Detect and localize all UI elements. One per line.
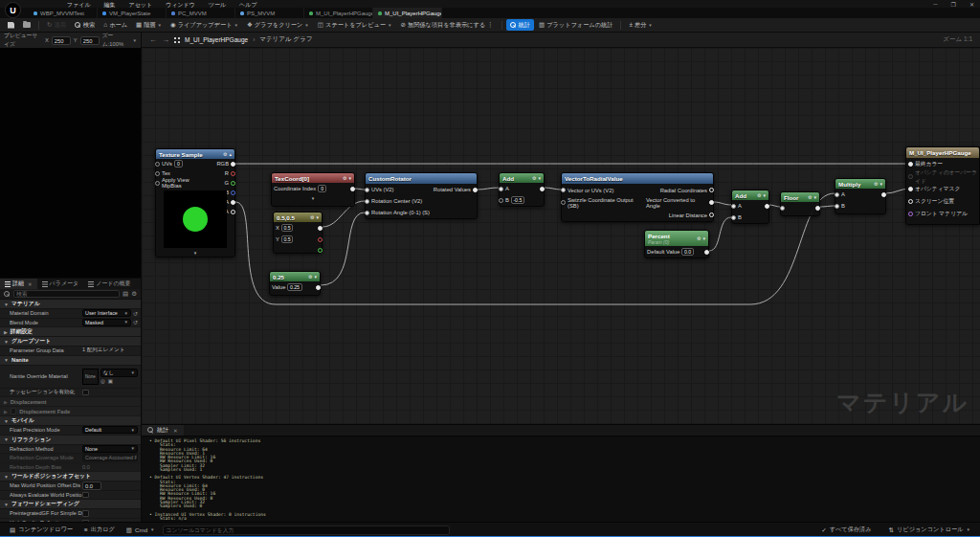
tab-details[interactable]: 詳細✕ bbox=[0, 279, 37, 289]
material-domain-dropdown[interactable]: User Interface▼ bbox=[82, 309, 131, 317]
pin-r-out[interactable] bbox=[231, 171, 235, 176]
all-saved-indicator[interactable]: ✓すべて保存済み bbox=[817, 526, 875, 534]
revision-control-button[interactable]: ⇅リビジョンコントロール▼ bbox=[885, 526, 974, 534]
displacement-fade-checkbox[interactable] bbox=[11, 408, 17, 414]
nanite-override-dropdown[interactable]: なし▼ bbox=[100, 369, 138, 377]
pin-vector-in[interactable] bbox=[561, 188, 566, 192]
node-multiply[interactable]: Multiply ⚙ ▾ A B bbox=[835, 178, 886, 214]
pin-linear-distance-out[interactable] bbox=[709, 213, 714, 217]
value-input[interactable]: 0.25 bbox=[287, 283, 301, 291]
wire[interactable] bbox=[478, 188, 499, 190]
tab-material-hpgauge-active[interactable]: M_UI_PlayerHPGauge ✕ bbox=[373, 8, 442, 18]
pin-percent-out[interactable] bbox=[704, 250, 709, 255]
gear-icon[interactable]: ⚙ bbox=[310, 214, 314, 220]
pin-front-material-in[interactable] bbox=[908, 212, 913, 216]
search-button[interactable]: 検索 bbox=[71, 19, 99, 31]
console-command-input[interactable] bbox=[163, 526, 450, 535]
preview-y-input[interactable]: 250 bbox=[80, 36, 100, 45]
pin-uvs[interactable] bbox=[155, 162, 160, 167]
tab-material-hpgauge[interactable]: M_UI_PlayerHPGauge bbox=[304, 8, 373, 18]
expand-chevron-icon[interactable]: ▾ bbox=[272, 194, 354, 202]
coordinate-index-input[interactable]: 0 bbox=[318, 185, 326, 192]
close-button[interactable]: ✕ bbox=[969, 1, 974, 8]
back-arrow-icon[interactable]: ← bbox=[149, 35, 157, 44]
browse-to-asset-button[interactable] bbox=[19, 21, 34, 30]
wire[interactable] bbox=[709, 217, 731, 251]
uvs-value-input[interactable]: 0 bbox=[174, 160, 183, 168]
stats-button[interactable]: 統計 bbox=[506, 19, 534, 31]
gear-icon[interactable]: ⚙ bbox=[697, 235, 701, 241]
node-constant[interactable]: 0.25 ⚙ ▾ Value0.25 bbox=[269, 271, 321, 296]
pin-texcoord-out[interactable] bbox=[350, 187, 355, 191]
wire[interactable] bbox=[321, 213, 365, 285]
pin-a-in[interactable] bbox=[499, 187, 503, 191]
pin-tex[interactable] bbox=[155, 171, 160, 176]
node-vector-to-radial-value[interactable]: VectorToRadialValue Vector or UVs (V2)Ra… bbox=[561, 172, 714, 222]
clean-graph-button[interactable]: ❖グラフをクリーン▼ bbox=[243, 19, 313, 31]
max-wpo-input[interactable]: 0.0 bbox=[82, 481, 101, 490]
pin-b-out[interactable] bbox=[231, 190, 235, 195]
gear-icon[interactable]: ⚙ bbox=[808, 194, 812, 200]
pin-angle-out[interactable] bbox=[709, 200, 714, 205]
tab-node-overview[interactable]: ノードの概要 bbox=[83, 279, 135, 289]
collapse-icon[interactable]: ▾ bbox=[813, 194, 816, 200]
node-add[interactable]: Add ⚙ ▾ A B bbox=[731, 190, 769, 224]
menu-tools[interactable]: ツール bbox=[209, 1, 226, 10]
collapse-icon[interactable]: ▾ bbox=[348, 175, 351, 181]
pin-rotation-angle-in[interactable] bbox=[365, 211, 369, 215]
home-button[interactable]: ⌂ホーム bbox=[100, 19, 131, 31]
favorites-icon[interactable]: ▤ bbox=[122, 290, 128, 298]
section-displacement-fade[interactable]: ▶Displacement Fade bbox=[0, 407, 141, 416]
pin-add-out[interactable] bbox=[540, 187, 545, 191]
material-preview-viewport[interactable] bbox=[0, 48, 142, 278]
save-button[interactable] bbox=[4, 20, 18, 30]
apply-button[interactable]: ↻適用 bbox=[43, 19, 70, 31]
node-material-result[interactable]: M_UI_PlayerHPGauge 最終カラー オパシティのオーバーライド オ… bbox=[905, 146, 980, 225]
wire[interactable] bbox=[820, 206, 835, 207]
pin-b-in[interactable] bbox=[731, 215, 736, 220]
pin-x-out[interactable] bbox=[318, 237, 323, 242]
section-world-position-offset[interactable]: ▼ワールドポジションオフセット bbox=[0, 472, 141, 481]
blend-mode-dropdown[interactable]: Masked▼ bbox=[82, 319, 131, 326]
preintegrated-gf-checkbox[interactable] bbox=[82, 510, 89, 517]
pin-rotated-values-out[interactable] bbox=[473, 188, 478, 192]
settings-gear-icon[interactable]: ⚙ bbox=[131, 290, 137, 298]
expand-chevron-icon[interactable]: ▾ bbox=[156, 249, 234, 257]
menu-help[interactable]: ヘルプ bbox=[239, 1, 256, 10]
close-tab-icon[interactable]: ✕ bbox=[28, 281, 33, 287]
hierarchy-button[interactable]: ▦階層▼ bbox=[132, 19, 166, 31]
output-log-button[interactable]: ≡出力ログ bbox=[80, 526, 119, 534]
section-material[interactable]: ▼マテリアル bbox=[0, 300, 141, 309]
y-value-input[interactable]: 0.5 bbox=[281, 235, 293, 243]
wire[interactable] bbox=[355, 189, 365, 190]
breadcrumb-asset[interactable]: M_UI_PlayerHPGauge bbox=[185, 36, 248, 43]
pin-rgba-out[interactable] bbox=[231, 210, 235, 214]
preview-state-button[interactable]: ◫ステートをプレビュー▼ bbox=[314, 19, 396, 31]
reset-icon[interactable]: ↺ bbox=[133, 310, 138, 317]
node-constant2vector[interactable]: 0.5,0.5 ⚙ ▾ X0.5 Y0.5 bbox=[273, 212, 323, 254]
pin-rgb-out[interactable] bbox=[231, 162, 235, 167]
pin-g-out[interactable] bbox=[231, 181, 235, 186]
diff-button[interactable]: ±差分▼ bbox=[625, 19, 656, 31]
pin-value-out[interactable] bbox=[316, 285, 321, 290]
collapse-icon[interactable]: ▾ bbox=[763, 192, 766, 198]
preview-options-dropdown[interactable]: ▼ bbox=[133, 38, 137, 43]
platform-stats-button[interactable]: ▥プラットフォームの統計 bbox=[535, 19, 616, 31]
hide-unrelated-button[interactable]: ⊘無関係な項目を非表示にする⋮ bbox=[396, 19, 497, 31]
refraction-method-dropdown[interactable]: None▼ bbox=[82, 445, 138, 453]
section-forward-shading[interactable]: ▼フォワードシェーディング bbox=[0, 500, 141, 509]
pin-a-in[interactable] bbox=[835, 192, 839, 197]
collapse-icon[interactable]: ▾ bbox=[314, 274, 317, 280]
node-floor[interactable]: Floor ⚙ ▾ bbox=[780, 191, 820, 216]
node-percent-parameter[interactable]: Percent Param (0) ⚙ ▾ Default Value0.0 bbox=[644, 230, 709, 258]
tab-stats[interactable]: 統計 ✕ bbox=[142, 425, 184, 436]
minimize-button[interactable]: ─ bbox=[933, 1, 937, 8]
b-value-input[interactable]: -0.5 bbox=[511, 196, 524, 204]
gear-icon[interactable]: ⚙ bbox=[343, 175, 346, 181]
live-update-button[interactable]: ◉ライブアップデート▼ bbox=[167, 19, 242, 31]
gear-icon[interactable]: ⚙ bbox=[757, 192, 761, 198]
use-selected-icon[interactable]: ◎ bbox=[100, 378, 105, 384]
collapse-icon[interactable]: ▾ bbox=[538, 175, 541, 181]
pin-radial-coordinates-out[interactable] bbox=[709, 188, 714, 192]
forward-arrow-icon[interactable]: → bbox=[162, 35, 169, 44]
